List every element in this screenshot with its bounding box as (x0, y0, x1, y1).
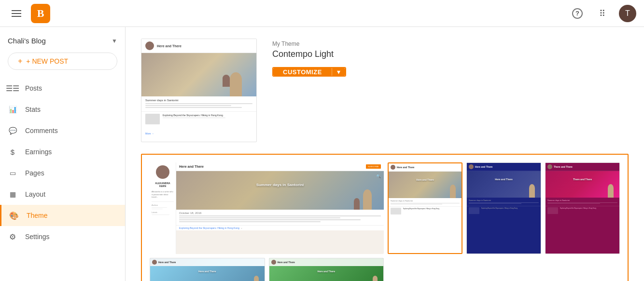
apps-button[interactable]: ⠿ (594, 5, 611, 22)
theme-variant-dark[interactable]: Here and There Here and There Summer day… (466, 162, 541, 254)
sidebar-item-label: Pages (25, 169, 44, 177)
sidebar-item-pages[interactable]: ▭ Pages (0, 162, 125, 184)
customize-button-group: CUSTOMIZE ▾ (272, 67, 346, 77)
gallery-bottom-variant-1[interactable]: Here and There Here and There (150, 258, 265, 281)
help-icon: ? (572, 8, 583, 19)
spacer-1 (388, 258, 462, 281)
theme-info: My Theme Contempo Light CUSTOMIZE ▾ (272, 39, 346, 142)
my-theme-section: Here and There Summer days in Santorini … (141, 39, 629, 142)
topbar-left: B (8, 4, 50, 23)
posts-icon: ☰ (8, 83, 17, 93)
sidebar-item-label: Layout (25, 190, 45, 198)
theme-gallery: ALEXANDRA KERN Alexandra is a writer who… (141, 154, 629, 281)
sidebar-item-label: Theme (27, 212, 48, 219)
sidebar-item-posts[interactable]: ☰ Posts (0, 78, 125, 99)
theme-icon: 🎨 (9, 211, 19, 220)
sidebar-item-label: Earnings (25, 148, 52, 156)
gallery-large-preview[interactable]: ALEXANDRA KERN Alexandra is a writer who… (150, 162, 384, 254)
sidebar-item-label: Stats (25, 106, 41, 113)
sidebar-item-comments[interactable]: 💬 Comments (0, 120, 125, 141)
topbar-right: ? ⠿ T (569, 5, 636, 22)
sidebar-item-label: Settings (25, 233, 50, 241)
blog-selector[interactable]: Chali's Blog ▼ (0, 35, 125, 53)
preview-blog-title: Here and There (157, 44, 182, 48)
customize-dropdown-button[interactable]: ▾ (332, 68, 345, 76)
blog-name: Chali's Blog (8, 37, 46, 45)
apps-grid-icon: ⠿ (599, 8, 606, 19)
help-button[interactable]: ? (569, 5, 586, 22)
theme-variant-red[interactable]: There and There There and There Summer d… (545, 162, 620, 254)
comments-icon: 💬 (8, 126, 17, 135)
preview-post1-title: Summer days in Santorini (145, 99, 252, 102)
gallery-more-arrow: › (241, 227, 242, 229)
spacer-3 (545, 258, 620, 281)
chevron-down-icon: ▼ (112, 38, 117, 44)
my-theme-label: My Theme (272, 40, 346, 47)
current-theme-preview: Here and There Summer days in Santorini … (141, 39, 257, 142)
user-avatar[interactable]: T (619, 5, 636, 22)
gallery-blog-author: ALEXANDRA KERN (152, 182, 174, 187)
sidebar-item-theme[interactable]: 🎨 Theme (0, 205, 125, 226)
gallery-large-hero-title: Summer days in Santorini (256, 183, 304, 187)
gallery-subscribe-btn[interactable]: SUBSCRIBE (366, 164, 381, 169)
hamburger-menu-button[interactable] (8, 5, 25, 22)
customize-button[interactable]: CUSTOMIZE (273, 68, 332, 76)
topbar: B ? ⠿ T (0, 0, 644, 27)
dropdown-arrow-icon: ▾ (337, 68, 340, 76)
gallery-bottom-row: Here and There Here and There Here and T… (150, 258, 620, 281)
pages-icon: ▭ (8, 168, 17, 178)
spacer-2 (466, 258, 541, 281)
gallery-bottom-variant-2[interactable]: Here and There Here and There (269, 258, 384, 281)
search-icon[interactable]: 🔍 (376, 174, 381, 178)
settings-icon: ⚙ (8, 232, 17, 241)
preview-post2-title: Exploring Beyond the Skyscrapers: Hiking… (163, 114, 252, 117)
blogger-logo-text: B (37, 7, 44, 20)
stats-icon: 📊 (8, 105, 17, 114)
hamburger-icon (12, 10, 21, 17)
plus-icon: + (18, 57, 22, 66)
sidebar-item-layout[interactable]: ▦ Layout (0, 184, 125, 205)
blogger-logo: B (31, 4, 50, 23)
sidebar: Chali's Blog ▼ + + NEW POST ☰ Posts 📊 St… (0, 27, 126, 281)
theme-name: Contempo Light (272, 49, 346, 59)
earnings-icon: $ (8, 147, 17, 157)
gallery-read-more: Exploring Beyond the Skyscrapers: Hiking… (179, 227, 239, 229)
gallery-large-title: Here and There (179, 165, 204, 168)
sidebar-item-earnings[interactable]: $ Earnings (0, 141, 125, 162)
content-area: Here and There Summer days in Santorini … (126, 27, 644, 281)
gallery-post-date: October 18, 2016 (179, 212, 381, 214)
new-post-button[interactable]: + + NEW POST (8, 53, 117, 70)
sidebar-item-settings[interactable]: ⚙ Settings (0, 226, 125, 247)
sidebar-item-label: Posts (25, 84, 42, 92)
theme-variant-light[interactable]: Here and There Here and There Summer day… (388, 162, 462, 254)
sidebar-item-label: Comments (25, 127, 58, 134)
main-layout: Chali's Blog ▼ + + NEW POST ☰ Posts 📊 St… (0, 27, 644, 281)
sidebar-item-stats[interactable]: 📊 Stats (0, 99, 125, 120)
layout-icon: ▦ (8, 189, 17, 199)
